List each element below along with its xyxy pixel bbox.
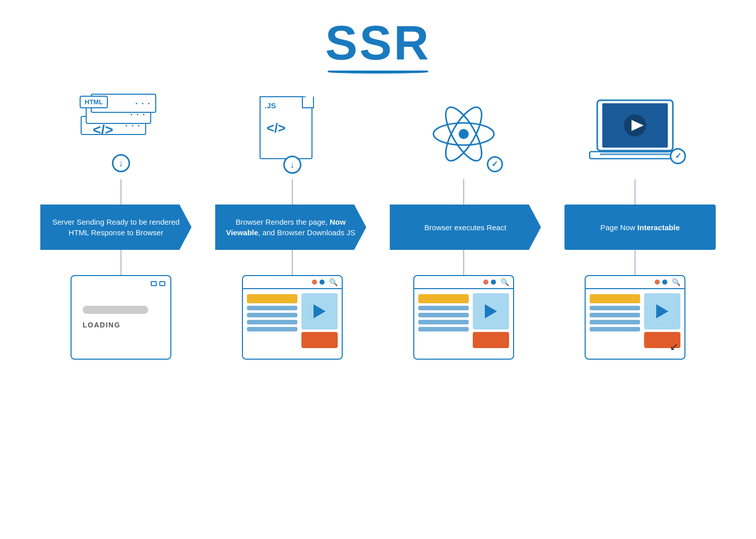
col4-bottom: 🔍	[549, 275, 721, 360]
cursor-icon: ↙	[670, 341, 678, 353]
page-title: SSR	[0, 0, 756, 71]
content-line-1	[247, 306, 297, 310]
browser-dot-blue	[320, 280, 325, 285]
line-down-2	[292, 179, 293, 205]
connectors-row-1	[30, 179, 726, 205]
browser-mockup-4: 🔍	[585, 275, 685, 360]
browser-video-2	[301, 293, 338, 329]
atom-check: ✓	[487, 156, 503, 172]
laptop-wrapper: ✓	[587, 95, 683, 173]
line-down-3b	[463, 250, 464, 275]
diagram: • • • • • • • • • HTML </> ↓	[0, 89, 756, 360]
play-btn-3	[485, 304, 497, 318]
laptop-check: ✓	[670, 148, 686, 164]
browser-dot-red-4	[655, 280, 660, 285]
html-tag: HTML	[80, 96, 108, 108]
col1-box-wrapper: Server Sending Ready to be rendered HTML…	[30, 205, 202, 250]
loading-header-icons	[151, 281, 165, 286]
play-btn-4	[656, 304, 668, 318]
browser-dot-blue-3	[491, 280, 496, 285]
loading-sq2	[159, 281, 165, 286]
col2-connector-2	[207, 250, 378, 275]
react-atom-icon: ✓	[425, 89, 503, 179]
content-line-3c	[418, 320, 469, 324]
col3-connector-2	[378, 250, 549, 275]
browser-search-4: 🔍	[672, 278, 680, 286]
browser-bar-2: 🔍	[243, 276, 342, 289]
line-down-1b	[120, 250, 121, 275]
browser-orange-2	[301, 332, 338, 348]
loading-sq1	[151, 281, 157, 286]
line-down-1	[120, 179, 121, 205]
browser-dot-blue-4	[662, 280, 667, 285]
content-line-3b	[418, 313, 469, 317]
col3-connector-1	[378, 179, 549, 205]
content-line-4	[247, 327, 297, 331]
col2-top: .JS </> ↓	[207, 89, 378, 179]
browser-lines-3	[418, 293, 469, 357]
browser-lines-4	[590, 293, 640, 357]
laptop-icon: ✓	[587, 89, 683, 179]
col4-top: ✓	[549, 89, 721, 179]
browser-lines-2	[247, 293, 297, 357]
col1-connector-2	[35, 250, 207, 275]
loading-progress-bar	[83, 306, 148, 314]
atom-wrapper: ✓	[425, 95, 503, 173]
col2-box-wrapper: Browser Renders the page, Now Viewable, …	[205, 205, 376, 250]
browser-right-3	[473, 293, 509, 357]
browser-search-3: 🔍	[500, 278, 509, 286]
js-icon-wrapper: .JS </> ↓	[260, 96, 325, 172]
boxes-row: Server Sending Ready to be rendered HTML…	[30, 205, 726, 250]
js-code: </>	[267, 120, 286, 136]
loading-box: LOADING	[71, 275, 171, 360]
content-line-3	[247, 320, 297, 324]
browser-right-2	[301, 293, 338, 357]
html-icon-wrapper: • • • • • • • • • HTML </> ↓	[81, 94, 161, 174]
browser-bar-4: 🔍	[586, 276, 684, 289]
browser-bar-3: 🔍	[414, 276, 513, 289]
page-title-area: SSR	[0, 0, 756, 74]
browser-content-2	[243, 289, 342, 360]
col2-bottom: 🔍	[207, 275, 378, 360]
browser-mockup-3: 🔍	[413, 275, 514, 360]
html-stack-icon: • • • • • • • • • HTML </> ↓	[81, 89, 161, 179]
svg-point-3	[459, 129, 469, 139]
content-line-4d	[590, 327, 640, 331]
box2-text: Browser Renders the page, Now Viewable, …	[224, 217, 357, 238]
connectors-row-2	[30, 250, 726, 275]
browser-mockup-2: 🔍	[242, 275, 343, 360]
box4-text: Page Now Interactable	[600, 222, 680, 233]
col2-connector-1	[207, 179, 378, 205]
js-download-circle: ↓	[283, 156, 301, 174]
content-line-2	[247, 313, 297, 317]
line-down-2b	[292, 250, 293, 275]
box3-text: Browser executes React	[424, 222, 507, 233]
content-line-4c	[590, 320, 640, 324]
content-line-3d	[418, 327, 469, 331]
col3-box-wrapper: Browser executes React	[380, 205, 551, 250]
col3-top: ✓	[378, 89, 549, 179]
loading-text: LOADING	[83, 321, 120, 329]
page-container: SSR • • • • • • • •	[0, 0, 756, 360]
browser-video-3	[473, 293, 509, 329]
content-line-yellow-4	[590, 294, 640, 303]
js-label: .JS	[265, 101, 276, 110]
download-circle: ↓	[112, 154, 130, 172]
content-line-4a	[590, 306, 640, 310]
box1: Server Sending Ready to be rendered HTML…	[40, 205, 192, 250]
col4-connector-1	[549, 179, 721, 205]
laptop-svg	[587, 95, 683, 173]
line-down-4b	[635, 250, 636, 275]
content-line-yellow-3	[418, 294, 469, 303]
browser-dot-red-3	[483, 280, 488, 285]
code-tag: </>	[93, 122, 113, 138]
box4: Page Now Interactable	[564, 205, 716, 250]
browser-content-3	[414, 289, 513, 360]
content-line-3a	[418, 306, 469, 310]
content-line-yellow	[247, 294, 297, 303]
browser-video-4	[644, 293, 680, 329]
col1-connector-1	[35, 179, 207, 205]
box3: Browser executes React	[390, 205, 541, 250]
box2: Browser Renders the page, Now Viewable, …	[215, 205, 366, 250]
browser-dot-red	[312, 280, 317, 285]
